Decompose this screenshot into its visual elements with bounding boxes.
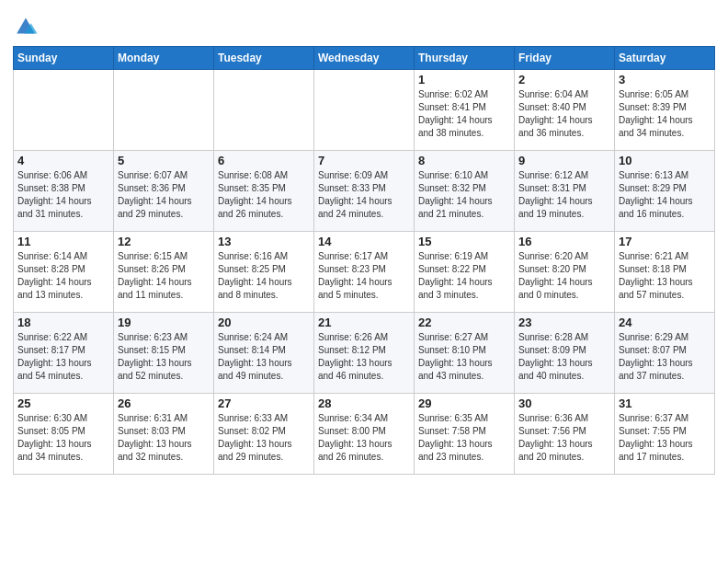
day-number: 7 [318,154,410,167]
calendar-cell: 24Sunrise: 6:29 AMSunset: 8:07 PMDayligh… [615,313,715,394]
weekday-friday: Friday [515,47,615,70]
weekday-sunday: Sunday [14,47,114,70]
calendar: SundayMondayTuesdayWednesdayThursdayFrid… [13,46,715,475]
calendar-cell: 11Sunrise: 6:14 AMSunset: 8:28 PMDayligh… [14,232,114,313]
day-info: Sunrise: 6:24 AMSunset: 8:14 PMDaylight:… [218,331,310,383]
calendar-cell: 29Sunrise: 6:35 AMSunset: 7:58 PMDayligh… [415,394,515,475]
calendar-cell [14,70,114,151]
day-info: Sunrise: 6:36 AMSunset: 7:56 PMDaylight:… [518,412,610,464]
day-number: 29 [418,396,510,410]
header [13,9,715,39]
day-number: 2 [518,73,610,86]
week-row-1: 1Sunrise: 6:02 AMSunset: 8:41 PMDaylight… [14,70,715,151]
weekday-tuesday: Tuesday [214,47,314,70]
calendar-cell: 20Sunrise: 6:24 AMSunset: 8:14 PMDayligh… [214,313,314,394]
day-info: Sunrise: 6:14 AMSunset: 8:28 PMDaylight:… [17,250,109,302]
day-info: Sunrise: 6:10 AMSunset: 8:32 PMDaylight:… [418,169,510,221]
calendar-cell: 30Sunrise: 6:36 AMSunset: 7:56 PMDayligh… [515,394,615,475]
week-row-4: 18Sunrise: 6:22 AMSunset: 8:17 PMDayligh… [14,313,715,394]
day-info: Sunrise: 6:07 AMSunset: 8:36 PMDaylight:… [118,169,210,221]
day-number: 21 [318,316,410,329]
day-number: 16 [518,235,610,248]
calendar-cell: 28Sunrise: 6:34 AMSunset: 8:00 PMDayligh… [314,394,415,475]
calendar-cell: 31Sunrise: 6:37 AMSunset: 7:55 PMDayligh… [615,394,715,475]
calendar-cell: 4Sunrise: 6:06 AMSunset: 8:38 PMDaylight… [14,151,114,232]
day-info: Sunrise: 6:37 AMSunset: 7:55 PMDaylight:… [619,412,711,464]
calendar-cell: 23Sunrise: 6:28 AMSunset: 8:09 PMDayligh… [515,313,615,394]
day-info: Sunrise: 6:05 AMSunset: 8:39 PMDaylight:… [619,88,711,140]
calendar-cell [114,70,214,151]
weekday-saturday: Saturday [615,47,715,70]
day-info: Sunrise: 6:23 AMSunset: 8:15 PMDaylight:… [118,331,210,383]
day-number: 4 [17,154,109,167]
day-number: 24 [619,316,711,329]
day-info: Sunrise: 6:22 AMSunset: 8:17 PMDaylight:… [17,331,109,383]
day-info: Sunrise: 6:35 AMSunset: 7:58 PMDaylight:… [418,412,510,464]
day-number: 18 [17,316,109,329]
week-row-3: 11Sunrise: 6:14 AMSunset: 8:28 PMDayligh… [14,232,715,313]
day-info: Sunrise: 6:21 AMSunset: 8:18 PMDaylight:… [619,250,711,302]
day-number: 6 [218,154,310,167]
day-number: 17 [619,235,711,248]
day-number: 5 [118,154,210,167]
weekday-header-row: SundayMondayTuesdayWednesdayThursdayFrid… [14,47,715,70]
day-number: 15 [418,235,510,248]
weekday-wednesday: Wednesday [314,47,415,70]
day-info: Sunrise: 6:26 AMSunset: 8:12 PMDaylight:… [318,331,410,383]
day-number: 19 [118,316,210,329]
day-info: Sunrise: 6:31 AMSunset: 8:03 PMDaylight:… [118,412,210,464]
day-info: Sunrise: 6:04 AMSunset: 8:40 PMDaylight:… [518,88,610,140]
calendar-cell: 27Sunrise: 6:33 AMSunset: 8:02 PMDayligh… [214,394,314,475]
day-number: 13 [218,235,310,248]
day-info: Sunrise: 6:33 AMSunset: 8:02 PMDaylight:… [218,412,310,464]
calendar-cell: 19Sunrise: 6:23 AMSunset: 8:15 PMDayligh… [114,313,214,394]
day-info: Sunrise: 6:20 AMSunset: 8:20 PMDaylight:… [518,250,610,302]
calendar-cell: 26Sunrise: 6:31 AMSunset: 8:03 PMDayligh… [114,394,214,475]
calendar-cell: 1Sunrise: 6:02 AMSunset: 8:41 PMDaylight… [415,70,515,151]
calendar-cell: 15Sunrise: 6:19 AMSunset: 8:22 PMDayligh… [415,232,515,313]
day-number: 8 [418,154,510,167]
day-number: 31 [619,396,711,410]
calendar-cell: 5Sunrise: 6:07 AMSunset: 8:36 PMDaylight… [114,151,214,232]
calendar-cell: 9Sunrise: 6:12 AMSunset: 8:31 PMDaylight… [515,151,615,232]
calendar-cell [214,70,314,151]
logo [13,13,42,39]
day-number: 25 [17,396,109,410]
weekday-thursday: Thursday [415,47,515,70]
day-number: 11 [17,235,109,248]
calendar-cell [314,70,415,151]
calendar-cell: 7Sunrise: 6:09 AMSunset: 8:33 PMDaylight… [314,151,415,232]
weekday-monday: Monday [114,47,214,70]
day-number: 23 [518,316,610,329]
day-info: Sunrise: 6:28 AMSunset: 8:09 PMDaylight:… [518,331,610,383]
day-number: 28 [318,396,410,410]
day-info: Sunrise: 6:15 AMSunset: 8:26 PMDaylight:… [118,250,210,302]
day-number: 20 [218,316,310,329]
day-info: Sunrise: 6:02 AMSunset: 8:41 PMDaylight:… [418,88,510,140]
day-number: 1 [418,73,510,86]
day-info: Sunrise: 6:12 AMSunset: 8:31 PMDaylight:… [518,169,610,221]
day-info: Sunrise: 6:29 AMSunset: 8:07 PMDaylight:… [619,331,711,383]
page: SundayMondayTuesdayWednesdayThursdayFrid… [0,0,728,563]
week-row-5: 25Sunrise: 6:30 AMSunset: 8:05 PMDayligh… [14,394,715,475]
calendar-cell: 18Sunrise: 6:22 AMSunset: 8:17 PMDayligh… [14,313,114,394]
day-number: 9 [518,154,610,167]
logo-icon [13,13,39,39]
day-number: 26 [118,396,210,410]
calendar-cell: 14Sunrise: 6:17 AMSunset: 8:23 PMDayligh… [314,232,415,313]
day-info: Sunrise: 6:27 AMSunset: 8:10 PMDaylight:… [418,331,510,383]
day-info: Sunrise: 6:19 AMSunset: 8:22 PMDaylight:… [418,250,510,302]
day-number: 27 [218,396,310,410]
day-info: Sunrise: 6:09 AMSunset: 8:33 PMDaylight:… [318,169,410,221]
calendar-cell: 2Sunrise: 6:04 AMSunset: 8:40 PMDaylight… [515,70,615,151]
calendar-cell: 25Sunrise: 6:30 AMSunset: 8:05 PMDayligh… [14,394,114,475]
day-info: Sunrise: 6:08 AMSunset: 8:35 PMDaylight:… [218,169,310,221]
calendar-cell: 13Sunrise: 6:16 AMSunset: 8:25 PMDayligh… [214,232,314,313]
calendar-cell: 6Sunrise: 6:08 AMSunset: 8:35 PMDaylight… [214,151,314,232]
calendar-cell: 22Sunrise: 6:27 AMSunset: 8:10 PMDayligh… [415,313,515,394]
day-info: Sunrise: 6:17 AMSunset: 8:23 PMDaylight:… [318,250,410,302]
day-info: Sunrise: 6:30 AMSunset: 8:05 PMDaylight:… [17,412,109,464]
calendar-cell: 3Sunrise: 6:05 AMSunset: 8:39 PMDaylight… [615,70,715,151]
week-row-2: 4Sunrise: 6:06 AMSunset: 8:38 PMDaylight… [14,151,715,232]
calendar-cell: 21Sunrise: 6:26 AMSunset: 8:12 PMDayligh… [314,313,415,394]
